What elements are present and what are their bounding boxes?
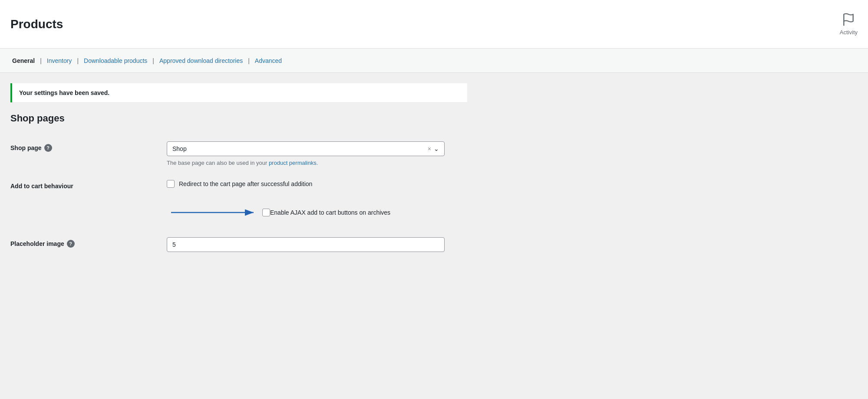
shop-page-help-icon[interactable]: ? bbox=[44, 144, 52, 152]
shop-page-row: Shop page ? Shop × ⌄ The base page can a… bbox=[10, 134, 467, 173]
tab-downloadable-products[interactable]: Downloadable products bbox=[82, 54, 149, 68]
shop-page-label-wrapper: Shop page ? bbox=[10, 144, 149, 152]
separator-1: | bbox=[40, 57, 42, 64]
shop-page-select-value: Shop bbox=[172, 145, 428, 152]
add-to-cart-label-cell: Add to cart behaviour bbox=[10, 180, 149, 190]
product-permalinks-link[interactable]: product permalinks bbox=[269, 160, 317, 166]
settings-section: Shop page ? Shop × ⌄ The base page can a… bbox=[10, 134, 467, 259]
shop-page-select[interactable]: Shop × ⌄ bbox=[167, 141, 445, 156]
add-to-cart-label: Add to cart behaviour bbox=[10, 183, 73, 190]
chevron-down-icon: ⌄ bbox=[434, 145, 439, 152]
main-content: Your settings have been saved. Shop page… bbox=[0, 73, 478, 269]
separator-4: | bbox=[248, 57, 250, 64]
success-notice: Your settings have been saved. bbox=[10, 83, 467, 102]
shop-page-label-cell: Shop page ? bbox=[10, 141, 149, 152]
hint-suffix: . bbox=[317, 160, 318, 166]
notice-text: Your settings have been saved. bbox=[19, 89, 460, 96]
header: Products Activity bbox=[0, 0, 868, 49]
tab-advanced[interactable]: Advanced bbox=[253, 54, 284, 68]
shop-page-clear-icon[interactable]: × bbox=[428, 145, 431, 152]
redirect-checkbox-label: Redirect to the cart page after successf… bbox=[179, 180, 312, 187]
shop-page-label: Shop page bbox=[10, 144, 42, 151]
add-to-cart-row: Add to cart behaviour Redirect to the ca… bbox=[10, 173, 467, 230]
arrow-annotation bbox=[167, 202, 262, 223]
activity-label: Activity bbox=[840, 29, 858, 36]
placeholder-image-help-icon[interactable]: ? bbox=[67, 240, 75, 248]
placeholder-image-label-wrapper: Placeholder image ? bbox=[10, 240, 149, 248]
shop-page-hint: The base page can also be used in your p… bbox=[167, 160, 467, 166]
placeholder-image-input[interactable] bbox=[167, 237, 445, 252]
placeholder-image-label: Placeholder image bbox=[10, 240, 64, 247]
ajax-checkbox-row: Enable AJAX add to cart buttons on archi… bbox=[167, 202, 467, 223]
section-heading: Shop pages bbox=[10, 113, 467, 124]
tab-inventory[interactable]: Inventory bbox=[45, 54, 74, 68]
flag-icon bbox=[842, 13, 855, 26]
placeholder-image-row: Placeholder image ? bbox=[10, 230, 467, 259]
placeholder-image-field-cell bbox=[167, 237, 467, 252]
redirect-checkbox-row: Redirect to the cart page after successf… bbox=[167, 180, 467, 188]
redirect-checkbox[interactable] bbox=[167, 180, 175, 188]
page-title: Products bbox=[10, 17, 63, 31]
separator-3: | bbox=[152, 57, 154, 64]
hint-text: The base page can also be used in your bbox=[167, 160, 269, 166]
ajax-checkbox-label: Enable AJAX add to cart buttons on archi… bbox=[270, 209, 390, 216]
activity-button[interactable]: Activity bbox=[840, 13, 858, 36]
checkbox-group: Redirect to the cart page after successf… bbox=[167, 180, 467, 223]
shop-page-field-cell: Shop × ⌄ The base page can also be used … bbox=[167, 141, 467, 166]
add-to-cart-field-cell: Redirect to the cart page after successf… bbox=[167, 180, 467, 223]
separator-2: | bbox=[77, 57, 79, 64]
nav-tabs: General | Inventory | Downloadable produ… bbox=[0, 49, 868, 73]
tab-approved-download-directories[interactable]: Approved download directories bbox=[158, 54, 244, 68]
tab-general[interactable]: General bbox=[10, 54, 36, 68]
placeholder-image-label-cell: Placeholder image ? bbox=[10, 237, 149, 248]
ajax-checkbox[interactable] bbox=[262, 209, 270, 216]
